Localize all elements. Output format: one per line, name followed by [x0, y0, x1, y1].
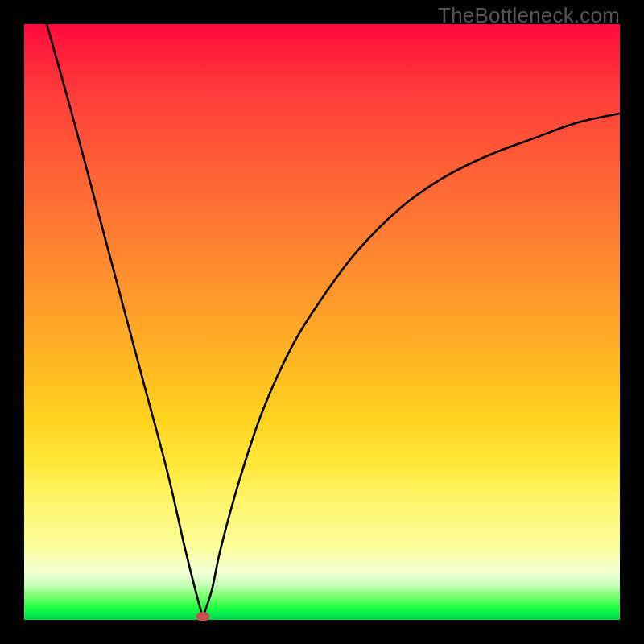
chart-frame: TheBottleneck.com: [0, 0, 644, 644]
bottleneck-curve: [47, 24, 620, 617]
minimum-marker: [196, 612, 210, 621]
curve-svg: [24, 24, 620, 620]
plot-area: [24, 24, 620, 620]
